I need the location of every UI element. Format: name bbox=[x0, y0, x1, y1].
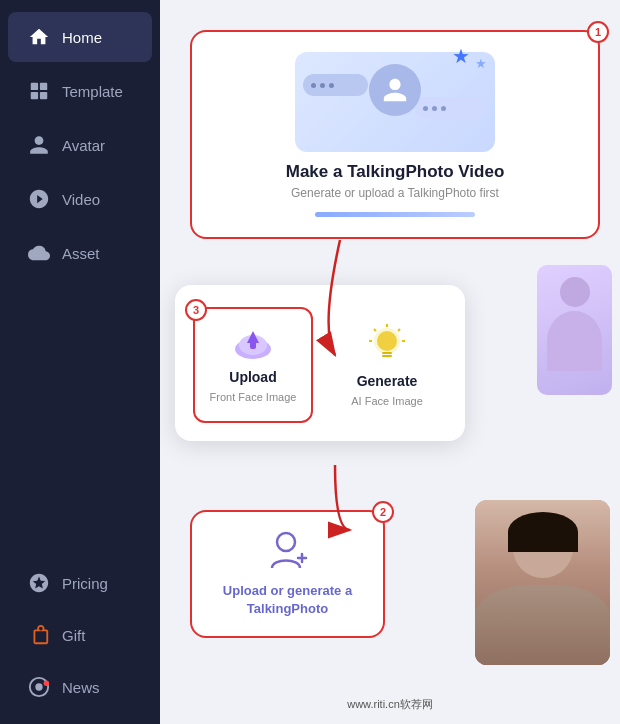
video-icon bbox=[28, 188, 50, 210]
sidebar: Home Template Avatar Video bbox=[0, 0, 160, 724]
generate-sub: AI Face Image bbox=[351, 395, 423, 407]
upload-generate-card[interactable]: 3 Upload Front Face Image bbox=[175, 285, 465, 441]
svg-rect-2 bbox=[31, 92, 38, 99]
svg-line-15 bbox=[398, 329, 400, 331]
step-3-badge: 3 bbox=[185, 299, 207, 321]
svg-rect-11 bbox=[250, 341, 256, 349]
svg-point-19 bbox=[277, 533, 295, 551]
upload-option[interactable]: 3 Upload Front Face Image bbox=[193, 307, 313, 423]
sidebar-label-home: Home bbox=[62, 29, 102, 46]
person-silhouette bbox=[537, 265, 612, 395]
sidebar-item-asset[interactable]: Asset bbox=[8, 228, 152, 278]
talking-title: Make a TalkingPhoto Video bbox=[286, 162, 505, 182]
svg-rect-0 bbox=[31, 83, 38, 90]
upload-sub: Front Face Image bbox=[210, 391, 297, 403]
sidebar-label-gift: Gift bbox=[62, 627, 85, 644]
svg-rect-3 bbox=[40, 92, 47, 99]
svg-point-13 bbox=[377, 331, 397, 351]
generate-card-text: Upload or generate a TalkingPhoto bbox=[206, 582, 369, 618]
sidebar-label-video: Video bbox=[62, 191, 100, 208]
svg-point-6 bbox=[44, 681, 50, 687]
sidebar-bottom: Pricing Gift News bbox=[0, 556, 160, 724]
sidebar-label-news: News bbox=[62, 679, 100, 696]
pricing-icon bbox=[28, 572, 50, 594]
generate-label: Generate bbox=[357, 373, 418, 389]
gift-icon bbox=[28, 624, 50, 646]
sidebar-label-avatar: Avatar bbox=[62, 137, 105, 154]
talking-photo-card[interactable]: 1 ★ ★ Make a TalkingPhoto Video bbox=[190, 30, 600, 239]
main-content: 1 ★ ★ Make a TalkingPhoto Video bbox=[160, 0, 620, 724]
sidebar-label-template: Template bbox=[62, 83, 123, 100]
step-1-badge: 1 bbox=[587, 21, 609, 43]
sidebar-item-news[interactable]: News bbox=[8, 662, 152, 712]
generate-option[interactable]: Generate AI Face Image bbox=[327, 307, 447, 423]
upload-options-row: 3 Upload Front Face Image bbox=[193, 307, 447, 423]
home-icon bbox=[28, 26, 50, 48]
asset-icon bbox=[28, 242, 50, 264]
talking-subtitle: Generate or upload a TalkingPhoto first bbox=[291, 186, 499, 200]
svg-rect-1 bbox=[40, 83, 47, 90]
woman-photo bbox=[475, 500, 610, 665]
template-icon bbox=[28, 80, 50, 102]
progress-bar bbox=[315, 212, 475, 217]
talking-illustration: ★ ★ bbox=[295, 52, 495, 152]
upload-label: Upload bbox=[229, 369, 276, 385]
sidebar-label-pricing: Pricing bbox=[62, 575, 108, 592]
sidebar-label-asset: Asset bbox=[62, 245, 100, 262]
person-plus-icon bbox=[268, 530, 308, 574]
step-2-badge: 2 bbox=[372, 501, 394, 523]
sidebar-item-template[interactable]: Template bbox=[8, 66, 152, 116]
news-icon bbox=[28, 676, 50, 698]
watermark: www.riti.cn软荐网 bbox=[347, 697, 433, 712]
upload-cloud-icon bbox=[229, 323, 277, 363]
sidebar-item-home[interactable]: Home bbox=[8, 12, 152, 62]
sidebar-item-video[interactable]: Video bbox=[8, 174, 152, 224]
svg-point-5 bbox=[35, 683, 42, 690]
svg-line-17 bbox=[374, 329, 376, 331]
sidebar-item-pricing[interactable]: Pricing bbox=[8, 558, 152, 608]
generate-bulb-icon bbox=[366, 323, 408, 367]
sidebar-item-avatar[interactable]: Avatar bbox=[8, 120, 152, 170]
avatar-icon bbox=[28, 134, 50, 156]
talking-photo-generate-card[interactable]: 2 Upload or generate a TalkingPhoto bbox=[190, 510, 385, 638]
sidebar-item-gift[interactable]: Gift bbox=[8, 610, 152, 660]
